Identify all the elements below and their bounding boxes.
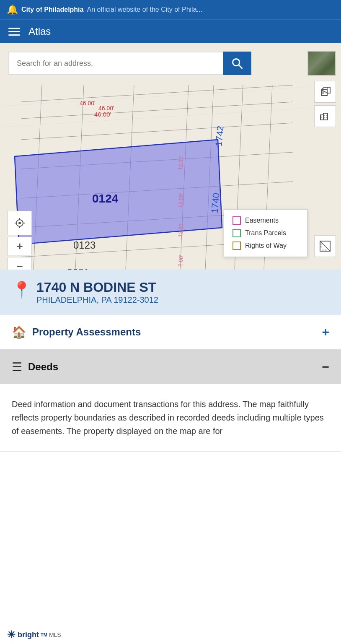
- search-input[interactable]: [8, 52, 223, 75]
- city-state-zip: PHILADELPHIA, PA 19122-3012: [36, 295, 158, 305]
- svg-text:12.00': 12.00': [177, 222, 185, 237]
- svg-text:0123: 0123: [73, 239, 96, 251]
- svg-text:12.00': 12.00': [177, 193, 185, 208]
- deeds-content: Deed information and document transactio…: [0, 384, 341, 451]
- measure-button[interactable]: [314, 235, 336, 257]
- svg-text:46.00': 46.00': [98, 105, 114, 112]
- property-assessments-title: Property Assessments: [32, 326, 141, 338]
- zoom-in-button[interactable]: +: [8, 237, 32, 255]
- svg-rect-44: [326, 117, 327, 118]
- svg-rect-43: [324, 117, 325, 118]
- 3d-building-button[interactable]: [314, 81, 336, 103]
- search-button[interactable]: [223, 52, 251, 75]
- deeds-toggle[interactable]: −: [322, 360, 329, 374]
- svg-text:12.00': 12.00': [177, 155, 185, 170]
- locate-button[interactable]: [8, 211, 32, 235]
- location-pin-icon: 📍: [12, 280, 31, 299]
- deeds-header[interactable]: ☰ Deeds −: [0, 350, 341, 384]
- hamburger-menu[interactable]: [8, 28, 20, 36]
- measure-icon: [319, 240, 331, 252]
- bell-icon: 🔔: [7, 4, 18, 15]
- svg-text:46.00': 46.00': [94, 111, 111, 118]
- svg-rect-42: [326, 115, 327, 116]
- house-icon: 🏠: [12, 325, 26, 339]
- rights-of-way-swatch: [232, 242, 241, 250]
- address-text: 1740 N BODINE ST PHILADELPHIA, PA 19122-…: [36, 280, 158, 305]
- rights-of-way-label: Rights of Way: [245, 242, 287, 249]
- svg-marker-17: [15, 140, 222, 244]
- svg-text:0081: 0081: [67, 267, 89, 270]
- deeds-header-left: ☰ Deeds: [12, 360, 58, 374]
- top-banner: 🔔 City of Philadelphia An official websi…: [0, 0, 341, 19]
- svg-text:1740: 1740: [209, 192, 221, 214]
- legend-popup: Easements Trans Parcels Rights of Way: [224, 209, 307, 257]
- deeds-description: Deed information and document transactio…: [12, 397, 329, 438]
- street-address: 1740 N BODINE ST: [36, 280, 158, 295]
- 3d-building-icon: [319, 86, 331, 98]
- satellite-thumbnail[interactable]: [307, 51, 336, 76]
- svg-line-32: [239, 65, 242, 68]
- locate-icon: [14, 218, 25, 229]
- address-section: 📍 1740 N BODINE ST PHILADELPHIA, PA 1912…: [0, 270, 341, 315]
- map-container: 0124 0123 0081 46.50' 46.00' 1742 1740 1…: [0, 43, 341, 270]
- search-icon: [231, 57, 243, 69]
- svg-rect-41: [324, 115, 325, 116]
- deeds-title: Deeds: [28, 361, 58, 373]
- property-assessments-header[interactable]: 🏠 Property Assessments +: [0, 315, 341, 349]
- map-controls-left: + − ▲ ▼: [8, 211, 32, 270]
- property-assessments-section: 🏠 Property Assessments +: [0, 315, 341, 350]
- svg-point-46: [18, 222, 21, 224]
- svg-rect-40: [321, 117, 322, 118]
- legend-item-easements: Easements: [232, 216, 299, 225]
- trans-parcels-label: Trans Parcels: [245, 229, 286, 237]
- map-controls-right: [314, 81, 336, 127]
- svg-text:46 00': 46 00': [80, 100, 96, 106]
- easements-label: Easements: [245, 217, 279, 224]
- legend-item-trans-parcels: Trans Parcels: [232, 229, 299, 237]
- app-title: Atlas: [28, 26, 51, 37]
- nav-bar: Atlas: [0, 19, 341, 43]
- city-icon: [319, 110, 331, 122]
- zoom-out-button[interactable]: −: [8, 257, 32, 270]
- banner-subtitle: An official website of the City of Phila…: [87, 6, 202, 13]
- property-assessments-toggle[interactable]: +: [322, 325, 329, 339]
- legend-item-rights-of-way: Rights of Way: [232, 242, 299, 250]
- svg-text:1742: 1742: [213, 125, 225, 147]
- property-assessments-header-left: 🏠 Property Assessments: [12, 325, 141, 339]
- search-bar: [8, 52, 251, 75]
- svg-rect-37: [325, 91, 326, 93]
- easements-swatch: [232, 216, 241, 225]
- svg-line-52: [320, 241, 330, 251]
- city-view-button[interactable]: [314, 105, 336, 127]
- deeds-icon: ☰: [12, 360, 22, 374]
- city-name: City of Philadelphia: [21, 6, 83, 13]
- svg-rect-36: [322, 91, 324, 94]
- svg-text:0124: 0124: [92, 192, 119, 205]
- deeds-section: ☰ Deeds − Deed information and document …: [0, 350, 341, 452]
- trans-parcels-swatch: [232, 229, 241, 237]
- svg-text:2.00': 2.00': [177, 255, 184, 267]
